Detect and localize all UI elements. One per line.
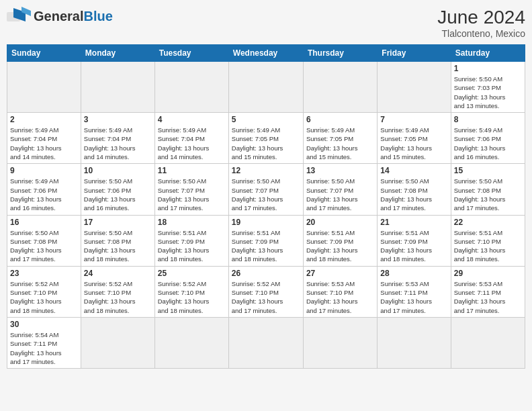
day-info: Sunrise: 5:49 AMSunset: 7:05 PMDaylight:… xyxy=(232,126,300,161)
day-info: Sunrise: 5:51 AMSunset: 7:09 PMDaylight:… xyxy=(232,228,300,264)
calendar-page: GeneralBlue June 2024 Tlalconteno, Mexic… xyxy=(0,0,532,411)
calendar-day-cell: 24Sunrise: 5:52 AMSunset: 7:10 PMDayligh… xyxy=(81,266,154,317)
day-info: Sunrise: 5:51 AMSunset: 7:10 PMDaylight:… xyxy=(454,228,522,264)
day-number: 24 xyxy=(84,269,152,278)
day-number: 8 xyxy=(454,115,522,124)
location: Tlalconteno, Mexico xyxy=(437,28,525,39)
generalblue-logo-icon xyxy=(7,7,31,26)
month-title: June 2024 xyxy=(437,7,525,28)
calendar-header-monday: Monday xyxy=(81,45,154,62)
calendar-day-cell: 27Sunrise: 5:53 AMSunset: 7:10 PMDayligh… xyxy=(303,266,377,317)
day-number: 30 xyxy=(10,320,78,329)
day-number: 25 xyxy=(158,269,226,278)
calendar-table: SundayMondayTuesdayWednesdayThursdayFrid… xyxy=(7,44,525,369)
calendar-day-cell: 3Sunrise: 5:49 AMSunset: 7:04 PMDaylight… xyxy=(81,113,154,164)
calendar-day-cell xyxy=(451,317,525,368)
day-number: 20 xyxy=(306,218,374,227)
calendar-day-cell: 15Sunrise: 5:50 AMSunset: 7:08 PMDayligh… xyxy=(451,164,525,215)
calendar-header-wednesday: Wednesday xyxy=(228,45,303,62)
day-info: Sunrise: 5:50 AMSunset: 7:07 PMDaylight:… xyxy=(306,177,374,212)
day-info: Sunrise: 5:53 AMSunset: 7:11 PMDaylight:… xyxy=(380,279,447,315)
day-number: 19 xyxy=(232,218,300,227)
day-number: 6 xyxy=(306,115,374,124)
calendar-day-cell: 18Sunrise: 5:51 AMSunset: 7:09 PMDayligh… xyxy=(154,215,228,266)
day-number: 1 xyxy=(454,64,522,73)
day-number: 18 xyxy=(158,218,226,227)
calendar-week-row: 23Sunrise: 5:52 AMSunset: 7:10 PMDayligh… xyxy=(7,266,525,317)
calendar-day-cell: 17Sunrise: 5:50 AMSunset: 7:08 PMDayligh… xyxy=(81,215,154,266)
calendar-day-cell: 2Sunrise: 5:49 AMSunset: 7:04 PMDaylight… xyxy=(7,113,81,164)
day-number: 16 xyxy=(10,218,78,227)
calendar-day-cell: 10Sunrise: 5:50 AMSunset: 7:06 PMDayligh… xyxy=(81,164,154,215)
calendar-day-cell xyxy=(7,62,81,113)
calendar-header-saturday: Saturday xyxy=(451,45,525,62)
day-info: Sunrise: 5:50 AMSunset: 7:08 PMDaylight:… xyxy=(10,228,78,264)
calendar-day-cell: 4Sunrise: 5:49 AMSunset: 7:04 PMDaylight… xyxy=(154,113,228,164)
calendar-header-tuesday: Tuesday xyxy=(154,45,228,62)
day-info: Sunrise: 5:51 AMSunset: 7:09 PMDaylight:… xyxy=(306,228,374,264)
calendar-week-row: 1Sunrise: 5:50 AMSunset: 7:03 PMDaylight… xyxy=(7,62,525,113)
calendar-day-cell: 6Sunrise: 5:49 AMSunset: 7:05 PMDaylight… xyxy=(303,113,377,164)
calendar-week-row: 2Sunrise: 5:49 AMSunset: 7:04 PMDaylight… xyxy=(7,113,525,164)
day-number: 4 xyxy=(158,115,226,124)
calendar-day-cell xyxy=(303,317,377,368)
day-number: 5 xyxy=(232,115,300,124)
day-info: Sunrise: 5:53 AMSunset: 7:10 PMDaylight:… xyxy=(306,279,374,315)
day-info: Sunrise: 5:52 AMSunset: 7:10 PMDaylight:… xyxy=(10,279,78,315)
calendar-day-cell: 16Sunrise: 5:50 AMSunset: 7:08 PMDayligh… xyxy=(7,215,81,266)
day-number: 29 xyxy=(454,269,522,278)
calendar-day-cell xyxy=(81,62,154,113)
calendar-header-sunday: Sunday xyxy=(7,45,81,62)
calendar-day-cell: 23Sunrise: 5:52 AMSunset: 7:10 PMDayligh… xyxy=(7,266,81,317)
header: GeneralBlue June 2024 Tlalconteno, Mexic… xyxy=(7,7,525,39)
day-info: Sunrise: 5:50 AMSunset: 7:08 PMDaylight:… xyxy=(380,177,447,212)
day-number: 14 xyxy=(380,166,447,175)
day-number: 3 xyxy=(84,115,152,124)
calendar-day-cell xyxy=(81,317,154,368)
calendar-week-row: 9Sunrise: 5:49 AMSunset: 7:06 PMDaylight… xyxy=(7,164,525,215)
day-info: Sunrise: 5:49 AMSunset: 7:05 PMDaylight:… xyxy=(306,126,374,161)
day-info: Sunrise: 5:49 AMSunset: 7:06 PMDaylight:… xyxy=(10,177,78,212)
calendar-day-cell xyxy=(303,62,377,113)
calendar-day-cell: 22Sunrise: 5:51 AMSunset: 7:10 PMDayligh… xyxy=(451,215,525,266)
day-info: Sunrise: 5:50 AMSunset: 7:08 PMDaylight:… xyxy=(84,228,152,264)
day-number: 22 xyxy=(454,218,522,227)
day-info: Sunrise: 5:49 AMSunset: 7:06 PMDaylight:… xyxy=(454,126,522,161)
day-number: 10 xyxy=(84,166,152,175)
day-info: Sunrise: 5:50 AMSunset: 7:07 PMDaylight:… xyxy=(232,177,300,212)
day-number: 7 xyxy=(380,115,447,124)
day-info: Sunrise: 5:51 AMSunset: 7:09 PMDaylight:… xyxy=(158,228,226,264)
day-number: 2 xyxy=(10,115,78,124)
calendar-day-cell: 7Sunrise: 5:49 AMSunset: 7:05 PMDaylight… xyxy=(378,113,451,164)
calendar-day-cell: 20Sunrise: 5:51 AMSunset: 7:09 PMDayligh… xyxy=(303,215,377,266)
calendar-day-cell: 26Sunrise: 5:52 AMSunset: 7:10 PMDayligh… xyxy=(228,266,303,317)
calendar-day-cell: 19Sunrise: 5:51 AMSunset: 7:09 PMDayligh… xyxy=(228,215,303,266)
calendar-day-cell: 30Sunrise: 5:54 AMSunset: 7:11 PMDayligh… xyxy=(7,317,81,368)
day-info: Sunrise: 5:49 AMSunset: 7:05 PMDaylight:… xyxy=(380,126,447,161)
day-info: Sunrise: 5:52 AMSunset: 7:10 PMDaylight:… xyxy=(84,279,152,315)
day-number: 17 xyxy=(84,218,152,227)
title-block: June 2024 Tlalconteno, Mexico xyxy=(437,7,525,39)
calendar-day-cell: 11Sunrise: 5:50 AMSunset: 7:07 PMDayligh… xyxy=(154,164,228,215)
day-info: Sunrise: 5:50 AMSunset: 7:08 PMDaylight:… xyxy=(454,177,522,212)
calendar-day-cell: 12Sunrise: 5:50 AMSunset: 7:07 PMDayligh… xyxy=(228,164,303,215)
calendar-day-cell xyxy=(154,62,228,113)
logo: GeneralBlue xyxy=(7,7,113,26)
day-info: Sunrise: 5:53 AMSunset: 7:11 PMDaylight:… xyxy=(454,279,522,315)
calendar-header-friday: Friday xyxy=(378,45,451,62)
day-number: 27 xyxy=(306,269,374,278)
day-number: 13 xyxy=(306,166,374,175)
calendar-day-cell: 21Sunrise: 5:51 AMSunset: 7:09 PMDayligh… xyxy=(378,215,451,266)
day-info: Sunrise: 5:54 AMSunset: 7:11 PMDaylight:… xyxy=(10,330,78,366)
day-number: 28 xyxy=(380,269,447,278)
day-info: Sunrise: 5:50 AMSunset: 7:07 PMDaylight:… xyxy=(158,177,226,212)
calendar-day-cell: 13Sunrise: 5:50 AMSunset: 7:07 PMDayligh… xyxy=(303,164,377,215)
day-info: Sunrise: 5:52 AMSunset: 7:10 PMDaylight:… xyxy=(232,279,300,315)
calendar-day-cell: 28Sunrise: 5:53 AMSunset: 7:11 PMDayligh… xyxy=(378,266,451,317)
day-info: Sunrise: 5:50 AMSunset: 7:03 PMDaylight:… xyxy=(454,75,522,110)
day-info: Sunrise: 5:49 AMSunset: 7:04 PMDaylight:… xyxy=(84,126,152,161)
day-info: Sunrise: 5:50 AMSunset: 7:06 PMDaylight:… xyxy=(84,177,152,212)
day-info: Sunrise: 5:49 AMSunset: 7:04 PMDaylight:… xyxy=(10,126,78,161)
day-number: 21 xyxy=(380,218,447,227)
calendar-week-row: 16Sunrise: 5:50 AMSunset: 7:08 PMDayligh… xyxy=(7,215,525,266)
